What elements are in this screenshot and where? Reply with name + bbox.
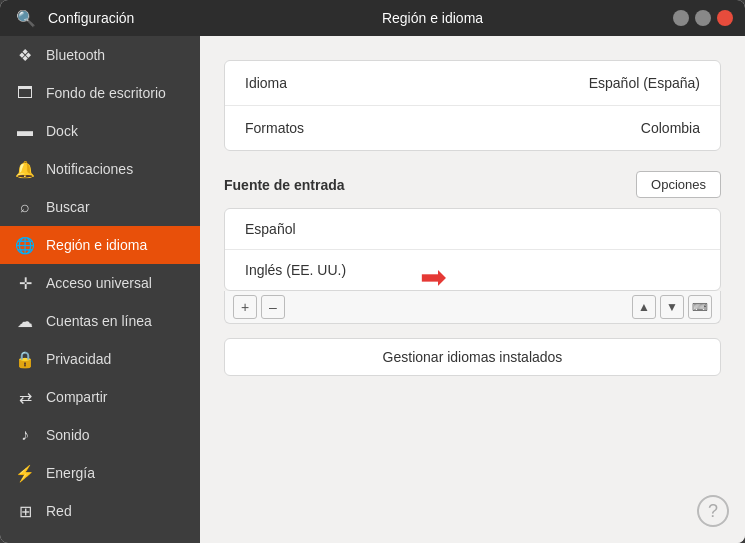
idioma-value: Español (España) — [589, 75, 700, 91]
sidebar-item-dock[interactable]: ▬Dock — [0, 112, 200, 150]
titlebar-app-name: Configuración — [48, 10, 134, 26]
compartir-icon: ⇄ — [16, 388, 34, 406]
close-button[interactable]: × — [717, 10, 733, 26]
cuentas-linea-label: Cuentas en línea — [46, 313, 152, 329]
fondo-escritorio-label: Fondo de escritorio — [46, 85, 166, 101]
toolbar-right-btns: ▲ ▼ ⌨ — [632, 295, 712, 319]
sidebar: ❖Bluetooth🗖Fondo de escritorio▬Dock🔔Noti… — [0, 36, 200, 543]
fuente-title: Fuente de entrada — [224, 177, 345, 193]
move-down-button[interactable]: ▼ — [660, 295, 684, 319]
dock-icon: ▬ — [16, 122, 34, 140]
acceso-universal-label: Acceso universal — [46, 275, 152, 291]
sidebar-item-sonido[interactable]: ♪Sonido — [0, 416, 200, 454]
buscar-icon: ⌕ — [16, 198, 34, 216]
notificaciones-label: Notificaciones — [46, 161, 133, 177]
input-sources-toolbar: + – ▲ ▼ ⌨ — [224, 291, 721, 324]
bluetooth-label: Bluetooth — [46, 47, 105, 63]
input-source-espanol[interactable]: Español — [225, 209, 720, 250]
sonido-label: Sonido — [46, 427, 90, 443]
sidebar-item-red[interactable]: ⊞Red — [0, 492, 200, 530]
red-icon: ⊞ — [16, 502, 34, 520]
notificaciones-icon: 🔔 — [16, 160, 34, 178]
sidebar-item-region-idioma[interactable]: 🌐Región e idioma — [0, 226, 200, 264]
info-card: Idioma Español (España) Formatos Colombi… — [224, 60, 721, 151]
titlebar-left: 🔍 Configuración — [12, 5, 212, 32]
sidebar-item-energia[interactable]: ⚡Energía — [0, 454, 200, 492]
content-area: Idioma Español (España) Formatos Colombi… — [200, 36, 745, 543]
formatos-value: Colombia — [641, 120, 700, 136]
region-idioma-icon: 🌐 — [16, 236, 34, 254]
maximize-button[interactable]: □ — [695, 10, 711, 26]
main-content: ❖Bluetooth🗖Fondo de escritorio▬Dock🔔Noti… — [0, 36, 745, 543]
sidebar-item-dispositivos[interactable]: ⌨Dispositivos› — [0, 530, 200, 543]
formatos-label: Formatos — [245, 120, 304, 136]
acceso-universal-icon: ✛ — [16, 274, 34, 292]
app-window: 🔍 Configuración Región e idioma – □ × ❖B… — [0, 0, 745, 543]
privacidad-icon: 🔒 — [16, 350, 34, 368]
titlebar: 🔍 Configuración Región e idioma – □ × — [0, 0, 745, 36]
buscar-label: Buscar — [46, 199, 90, 215]
minimize-button[interactable]: – — [673, 10, 689, 26]
compartir-label: Compartir — [46, 389, 107, 405]
idioma-label: Idioma — [245, 75, 287, 91]
idioma-row: Idioma Español (España) — [225, 61, 720, 106]
sidebar-item-notificaciones[interactable]: 🔔Notificaciones — [0, 150, 200, 188]
dock-label: Dock — [46, 123, 78, 139]
search-icon[interactable]: 🔍 — [12, 5, 40, 32]
support-icon[interactable]: ? — [697, 495, 729, 527]
sidebar-item-cuentas-linea[interactable]: ☁Cuentas en línea — [0, 302, 200, 340]
bluetooth-icon: ❖ — [16, 46, 34, 64]
gestionar-button[interactable]: Gestionar idiomas instalados — [224, 338, 721, 376]
energia-icon: ⚡ — [16, 464, 34, 482]
fuente-header: Fuente de entrada Opciones — [224, 171, 721, 198]
sonido-icon: ♪ — [16, 426, 34, 444]
energia-label: Energía — [46, 465, 95, 481]
sidebar-item-buscar[interactable]: ⌕Buscar — [0, 188, 200, 226]
fondo-escritorio-icon: 🗖 — [16, 84, 34, 102]
privacidad-label: Privacidad — [46, 351, 111, 367]
input-sources-list: Español Inglés (EE. UU.) — [224, 208, 721, 291]
region-idioma-label: Región e idioma — [46, 237, 147, 253]
arrow-indicator: ➡ — [420, 258, 447, 296]
red-label: Red — [46, 503, 72, 519]
input-source-ingles[interactable]: Inglés (EE. UU.) — [225, 250, 720, 290]
cuentas-linea-icon: ☁ — [16, 312, 34, 330]
sidebar-item-fondo-escritorio[interactable]: 🗖Fondo de escritorio — [0, 74, 200, 112]
sidebar-item-acceso-universal[interactable]: ✛Acceso universal — [0, 264, 200, 302]
move-up-button[interactable]: ▲ — [632, 295, 656, 319]
formatos-row: Formatos Colombia — [225, 106, 720, 150]
sidebar-item-privacidad[interactable]: 🔒Privacidad — [0, 340, 200, 378]
add-input-button[interactable]: + — [233, 295, 257, 319]
remove-input-button[interactable]: – — [261, 295, 285, 319]
opciones-button[interactable]: Opciones — [636, 171, 721, 198]
titlebar-controls: – □ × — [653, 10, 733, 26]
sidebar-item-bluetooth[interactable]: ❖Bluetooth — [0, 36, 200, 74]
keyboard-shortcut-button[interactable]: ⌨ — [688, 295, 712, 319]
titlebar-section-title: Región e idioma — [212, 10, 653, 26]
sidebar-item-compartir[interactable]: ⇄Compartir — [0, 378, 200, 416]
